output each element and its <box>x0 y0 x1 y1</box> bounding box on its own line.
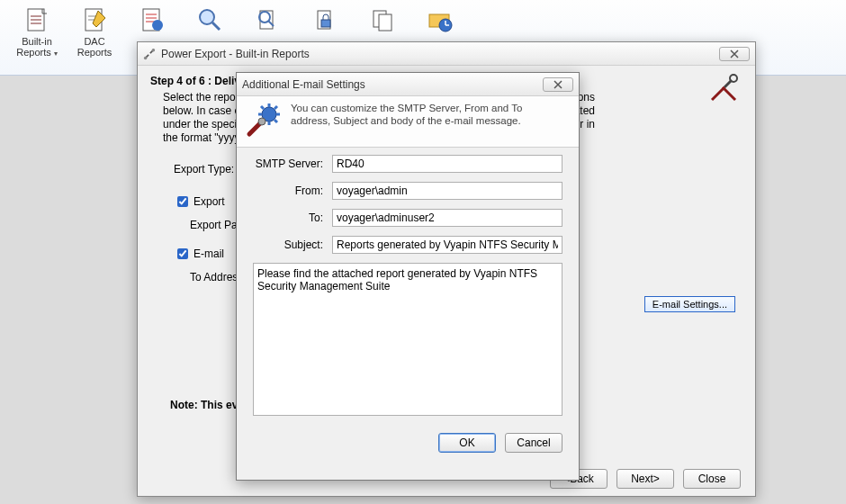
subject-label: Subject: <box>253 238 332 251</box>
chevron-down-icon: ▾ <box>54 50 58 58</box>
wizard-titlebar: Power Export - Built-in Reports <box>138 42 755 66</box>
close-icon <box>553 80 563 89</box>
tools-icon <box>708 73 739 104</box>
ok-button[interactable]: OK <box>438 433 496 453</box>
from-label: From: <box>253 184 332 197</box>
export-checkbox[interactable] <box>177 196 188 207</box>
ribbon-dac-reports[interactable]: DACReports <box>67 2 122 73</box>
email-checkbox[interactable] <box>177 248 188 259</box>
email-settings-dialog: Additional E-mail Settings You can custo… <box>236 72 580 481</box>
to-label: To: <box>253 212 332 224</box>
ribbon-label: Built-inReports▾ <box>16 36 58 59</box>
smtp-input[interactable] <box>332 155 562 173</box>
dialog-titlebar: Additional E-mail Settings <box>237 73 579 96</box>
clock-folder-icon <box>426 5 454 34</box>
svg-rect-14 <box>260 11 273 29</box>
pencil-report-icon <box>80 5 109 34</box>
email-settings-button[interactable]: E-mail Settings... <box>644 296 735 312</box>
dialog-header-text: You can customize the SMTP Server, From … <box>291 102 543 138</box>
to-input[interactable] <box>332 209 562 227</box>
svg-rect-20 <box>379 14 392 31</box>
dialog-title: Additional E-mail Settings <box>242 78 543 91</box>
search-doc-icon <box>253 5 282 34</box>
dialog-button-row: OK Cancel <box>237 426 579 464</box>
dialog-close-button[interactable] <box>543 77 573 92</box>
close-button[interactable]: Close <box>683 469 741 489</box>
svg-point-29 <box>258 118 266 125</box>
report-icon <box>22 5 51 34</box>
close-icon <box>729 50 740 58</box>
lock-doc-icon <box>310 5 339 34</box>
cancel-button[interactable]: Cancel <box>505 433 562 453</box>
svg-point-11 <box>152 20 163 31</box>
svg-rect-18 <box>321 20 330 27</box>
copy-icon <box>368 5 397 34</box>
ribbon-builtin-reports[interactable]: Built-inReports▾ <box>9 2 65 73</box>
tools-icon <box>143 48 156 60</box>
smtp-label: SMTP Server: <box>253 158 332 170</box>
svg-point-25 <box>144 56 148 59</box>
next-button[interactable]: Next> <box>616 469 674 489</box>
email-label: E-mail <box>194 248 224 260</box>
wrench-gear-icon <box>246 102 282 138</box>
svg-point-12 <box>200 10 214 24</box>
wizard-title: Power Export - Built-in Reports <box>161 48 719 60</box>
report-list-icon <box>138 5 166 34</box>
svg-line-13 <box>212 22 220 30</box>
wizard-close-button[interactable] <box>719 47 750 61</box>
search-icon <box>195 5 224 34</box>
dialog-header: You can customize the SMTP Server, From … <box>237 96 579 148</box>
export-label: Export <box>194 195 225 208</box>
from-input[interactable] <box>332 182 562 200</box>
svg-point-27 <box>730 75 737 82</box>
svg-point-26 <box>152 48 156 51</box>
subject-input[interactable] <box>332 236 562 254</box>
dialog-form: SMTP Server: From: To: Subject: <box>237 148 579 426</box>
ribbon-label: DACReports <box>77 36 112 58</box>
body-textarea[interactable] <box>253 263 562 416</box>
